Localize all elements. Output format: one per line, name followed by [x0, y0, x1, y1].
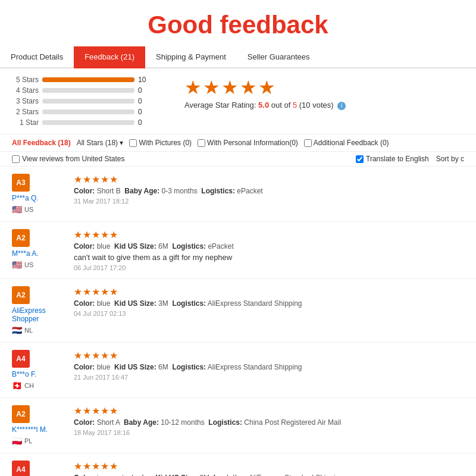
star-row: 3 Stars 0 [12, 97, 167, 105]
star-row-label: 1 Star [12, 118, 39, 127]
review-meta: Color: i am a steeler fan Kid US Size: 9… [74, 474, 464, 476]
country-flag: 🇵🇱 [12, 436, 22, 446]
filter-bar: All Feedback (18) All Stars (18) ▾ With … [0, 134, 476, 152]
flag-country: 🇺🇸 US [12, 260, 33, 270]
flag-country: 🇵🇱 PL [12, 436, 32, 446]
review-meta: Color: Short A Baby Age: 10-12 months Lo… [74, 418, 464, 427]
with-pictures-filter[interactable]: With Pictures (0) [129, 139, 192, 147]
review-meta: Color: Short B Baby Age: 0-3 months Logi… [74, 187, 464, 195]
star-row: 1 Star 0 [12, 118, 167, 127]
star-bar-count: 0 [138, 86, 153, 95]
view-us-option[interactable]: View reviews from United States [12, 155, 125, 163]
review-content: ★★★★★ Color: blue Kid US Size: 3M Logist… [74, 286, 464, 335]
avg-label: Average Star Rating: [184, 101, 256, 109]
reviewer-name[interactable]: K*******l M. [12, 425, 48, 434]
tab-seller-guarantees[interactable]: Seller Guarantees [237, 46, 321, 68]
review-stars: ★★★★★ [74, 405, 464, 416]
star-row-label: 3 Stars [12, 97, 39, 105]
all-feedback-filter[interactable]: All Feedback (18) [12, 139, 71, 147]
country-flag: 🇺🇸 [12, 205, 22, 214]
info-icon[interactable]: i [337, 102, 346, 110]
star-row: 4 Stars 0 [12, 86, 167, 95]
reviewer-col: A3 P***a Q. 🇺🇸 US [12, 174, 65, 214]
review-date: 06 Jul 2017 17:20 [74, 264, 464, 271]
star-bar-fill [42, 77, 134, 82]
avg-out-of-value: 5 [293, 101, 297, 109]
big-stars-display: ★★★★★ [184, 78, 346, 97]
country-code: CH [24, 382, 34, 389]
review-content: ★★★★★ Color: i am a steeler fan Kid US S… [74, 461, 464, 476]
tab-product-details[interactable]: Product Details [0, 46, 74, 68]
right-options: Translate to English Sort by c [356, 155, 464, 163]
reviews-list: A3 P***a Q. 🇺🇸 US ★★★★★ Color: Short B B… [0, 167, 476, 476]
tabs-bar: Product DetailsFeedback (21)Shipping & P… [0, 46, 476, 68]
review-meta: Color: blue Kid US Size: 6M Logistics: e… [74, 242, 464, 250]
star-row: 5 Stars 10 [12, 76, 167, 84]
review-stars: ★★★★★ [74, 286, 464, 298]
review-stars: ★★★★★ [74, 174, 464, 185]
review-date: 21 Jun 2017 16:47 [74, 374, 464, 381]
review-item: A2 AliExpress Shopper 🇳🇱 NL ★★★★★ Color:… [0, 279, 476, 343]
reviewer-name[interactable]: P***a Q. [12, 194, 39, 202]
reviewer-name[interactable]: B***o F. [12, 370, 36, 378]
avatar: A4 [12, 461, 30, 476]
review-date: 18 May 2017 18:16 [74, 429, 464, 436]
review-item: A2 K*******l M. 🇵🇱 PL ★★★★★ Color: Short… [0, 398, 476, 453]
review-meta: Color: blue Kid US Size: 3M Logistics: A… [74, 299, 464, 308]
translate-option[interactable]: Translate to English [356, 155, 429, 163]
review-date: 31 Mar 2017 18:12 [74, 198, 464, 205]
review-stars: ★★★★★ [74, 229, 464, 240]
review-item: A2 M***a A. 🇺🇸 US ★★★★★ Color: blue Kid … [0, 222, 476, 279]
star-bar-count: 0 [138, 108, 153, 116]
flag-country: 🇺🇸 US [12, 205, 33, 214]
review-item: A3 P***a Q. 🇺🇸 US ★★★★★ Color: Short B B… [0, 167, 476, 222]
reviewer-name[interactable]: M***a A. [12, 249, 39, 258]
average-rating-section: ★★★★★ Average Star Rating: 5.0 out of 5 … [184, 76, 346, 110]
star-row-label: 5 Stars [12, 76, 39, 84]
star-bar-bg [42, 99, 134, 104]
star-bar-count: 0 [138, 118, 153, 127]
reviewer-col: A4 B***o F. 🇨🇭 CH [12, 461, 65, 476]
star-bar-bg [42, 77, 134, 82]
reviewer-name[interactable]: AliExpress Shopper [12, 306, 65, 323]
review-date: 04 Jul 2017 02:13 [74, 310, 464, 317]
review-meta: Color: blue Kid US Size: 6M Logistics: A… [74, 363, 464, 371]
sort-button[interactable]: Sort by c [436, 155, 464, 163]
star-bar-bg [42, 88, 134, 93]
avatar: A2 [12, 229, 30, 247]
review-content: ★★★★★ Color: blue Kid US Size: 6M Logist… [74, 229, 464, 271]
avg-out-of-label: out of [271, 101, 293, 109]
reviewer-col: A2 AliExpress Shopper 🇳🇱 NL [12, 286, 65, 335]
country-flag: 🇺🇸 [12, 260, 22, 270]
star-bar-count: 10 [138, 76, 153, 84]
avatar: A4 [12, 350, 30, 368]
avg-score: 5.0 [258, 101, 269, 109]
review-stars: ★★★★★ [74, 461, 464, 472]
tab-shipping-payment[interactable]: Shipping & Payment [145, 46, 237, 68]
additional-feedback-filter[interactable]: Additional Feedback (0) [304, 139, 389, 147]
with-personal-filter[interactable]: With Personal Information(0) [198, 139, 298, 147]
flag-country: 🇨🇭 CH [12, 381, 34, 390]
country-code: US [24, 261, 33, 268]
avatar: A2 [12, 286, 30, 304]
star-bar-count: 0 [138, 97, 153, 105]
review-stars: ★★★★★ [74, 350, 464, 361]
review-content: ★★★★★ Color: blue Kid US Size: 6M Logist… [74, 350, 464, 390]
country-code: PL [24, 437, 32, 444]
all-stars-dropdown[interactable]: All Stars (18) ▾ [77, 139, 124, 147]
review-text: can't wait to give them as a gift for my… [74, 253, 464, 262]
star-bar-bg [42, 109, 134, 114]
country-flag: 🇨🇭 [12, 381, 22, 390]
star-row-label: 4 Stars [12, 86, 39, 95]
star-row-label: 2 Stars [12, 108, 39, 116]
reviewer-col: A2 M***a A. 🇺🇸 US [12, 229, 65, 271]
star-bars: 5 Stars 10 4 Stars 0 3 Stars 0 2 Stars 0… [12, 76, 167, 129]
tab-feedback[interactable]: Feedback (21) [74, 46, 145, 68]
avatar: A3 [12, 174, 30, 192]
country-flag: 🇳🇱 [12, 325, 22, 335]
review-content: ★★★★★ Color: Short B Baby Age: 0-3 month… [74, 174, 464, 214]
reviewer-col: A4 B***o F. 🇨🇭 CH [12, 350, 65, 390]
avg-text: Average Star Rating: 5.0 out of 5 (10 vo… [184, 101, 346, 110]
page-title: Good feedback [0, 11, 476, 39]
country-code: US [24, 206, 33, 213]
